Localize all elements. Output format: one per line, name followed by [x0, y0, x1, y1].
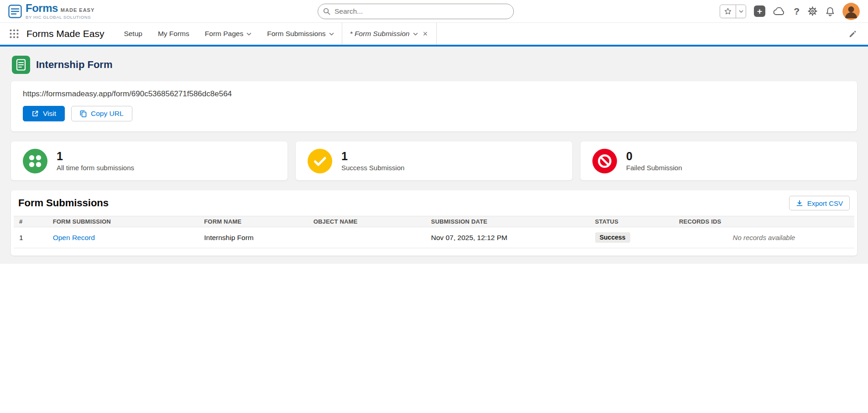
user-avatar-button[interactable]: [842, 3, 860, 20]
close-tab-icon[interactable]: ×: [422, 30, 429, 38]
favorites-star-button[interactable]: [720, 5, 736, 18]
submissions-card-header: Form Submissions Export CSV: [11, 190, 857, 216]
cell-records-ids: No records available: [674, 227, 854, 248]
stat-text: 0 Failed Submission: [626, 150, 682, 172]
column-header-form-name: FORM NAME: [199, 216, 308, 227]
stat-value: 1: [57, 150, 134, 163]
tab-form-submission-active[interactable]: * Form Submission ×: [342, 23, 437, 45]
form-page-icon: [12, 56, 30, 74]
page-header: Internship Form: [0, 47, 868, 81]
form-url-text: https://formsmadeasy.app/form/690c536856…: [23, 89, 845, 99]
app-launcher-button[interactable]: [5, 23, 23, 45]
tab-my-forms[interactable]: My Forms: [150, 23, 197, 45]
help-button[interactable]: ?: [794, 6, 800, 16]
stat-card-all-time: 1 All time form submissions: [11, 141, 288, 180]
favorites-split-button: [720, 5, 746, 18]
guidance-cloud-button[interactable]: [773, 7, 786, 16]
setup-gear-button[interactable]: [807, 6, 818, 16]
page-content: Internship Form https://formsmadeasy.app…: [0, 47, 868, 264]
cell-object-name: [308, 227, 426, 248]
download-icon: [796, 199, 803, 207]
search-input[interactable]: [318, 4, 514, 19]
nav-tabs: Setup My Forms Form Pages Form Submissio…: [116, 23, 437, 45]
external-link-icon: [31, 110, 39, 117]
avatar-person-icon: [842, 3, 860, 20]
logo-title: Forms: [26, 3, 58, 14]
chevron-down-icon: [739, 10, 743, 13]
visit-button-label: Visit: [43, 110, 56, 117]
stat-label: All time form submissions: [57, 164, 134, 172]
column-header-records-ids: RECORDS IDS: [674, 216, 854, 227]
stat-text: 1 Success Submission: [341, 150, 404, 172]
column-header-form-submission: FORM SUBMISSION: [47, 216, 199, 227]
export-csv-label: Export CSV: [807, 200, 843, 207]
question-mark-icon: ?: [794, 6, 800, 16]
app-logo: Forms MADE EASY BY HIC GLOBAL SOLUTIONS: [8, 3, 94, 20]
submissions-title: Form Submissions: [18, 197, 109, 209]
column-header-submission-date: SUBMISSION DATE: [426, 216, 590, 227]
cell-status: Success: [590, 227, 674, 248]
column-header-status: STATUS: [590, 216, 674, 227]
form-url-card: https://formsmadeasy.app/form/690c536856…: [11, 81, 857, 131]
copy-icon: [80, 110, 87, 117]
search-icon: [323, 8, 330, 17]
waffle-grid-icon: [9, 29, 19, 39]
cell-number: 1: [14, 227, 47, 248]
stat-label: Failed Submission: [626, 164, 682, 172]
app-name-label: Forms Made Easy: [26, 23, 104, 45]
form-submissions-table: # FORM SUBMISSION FORM NAME OBJECT NAME …: [14, 216, 854, 248]
all-submissions-icon: [23, 149, 47, 173]
failed-prohibit-icon: [592, 149, 617, 173]
cell-form-submission: Open Record: [47, 227, 199, 248]
form-submissions-card: Form Submissions Export CSV # FORM SUBMI…: [11, 190, 857, 256]
page-title: Internship Form: [36, 59, 112, 71]
column-header-number: #: [14, 216, 47, 227]
cell-form-name: Internship Form: [199, 227, 308, 248]
cell-submission-date: Nov 07, 2025, 12:12 PM: [426, 227, 590, 248]
pencil-icon: [848, 30, 857, 38]
status-badge: Success: [595, 232, 630, 243]
header-action-icons: + ?: [720, 3, 860, 20]
logo-subtitle: MADE EASY: [61, 8, 94, 13]
tab-form-submissions[interactable]: Form Submissions: [259, 23, 341, 45]
stat-value: 1: [341, 150, 404, 163]
chevron-down-icon: [329, 32, 334, 36]
visit-button[interactable]: Visit: [23, 106, 65, 121]
table-header-row: # FORM SUBMISSION FORM NAME OBJECT NAME …: [14, 216, 854, 227]
logo-form-icon: [8, 5, 22, 18]
stat-card-failed: 0 Failed Submission: [580, 141, 857, 180]
export-csv-button[interactable]: Export CSV: [789, 196, 850, 210]
table-row: 1 Open Record Internship Form Nov 07, 20…: [14, 227, 854, 248]
stats-row: 1 All time form submissions 1 Success Su…: [11, 141, 857, 180]
tab-setup[interactable]: Setup: [116, 23, 150, 45]
edit-page-pencil-button[interactable]: [842, 23, 863, 45]
global-header: Forms MADE EASY BY HIC GLOBAL SOLUTIONS: [0, 0, 868, 23]
favorites-expand-button[interactable]: [736, 5, 746, 18]
copy-url-button-label: Copy URL: [91, 110, 124, 117]
app-navigation-bar: Forms Made Easy Setup My Forms Form Page…: [0, 23, 868, 47]
logo-text: Forms MADE EASY BY HIC GLOBAL SOLUTIONS: [26, 3, 94, 20]
tab-form-pages[interactable]: Form Pages: [197, 23, 259, 45]
open-record-link[interactable]: Open Record: [53, 234, 95, 241]
chevron-down-icon: [246, 32, 251, 36]
star-icon: [724, 7, 732, 16]
gear-icon: [807, 6, 818, 16]
stat-label: Success Submission: [341, 164, 404, 172]
bell-icon: [826, 6, 835, 16]
cloud-icon: [773, 7, 786, 16]
stat-value: 0: [626, 150, 682, 163]
add-plus-button[interactable]: +: [754, 5, 765, 17]
success-check-icon: [308, 149, 332, 173]
url-actions: Visit Copy URL: [23, 106, 845, 121]
global-search: [318, 4, 514, 19]
stat-card-success: 1 Success Submission: [296, 141, 572, 180]
copy-url-button[interactable]: Copy URL: [71, 106, 132, 121]
stat-text: 1 All time form submissions: [57, 150, 134, 172]
logo-tagline: BY HIC GLOBAL SOLUTIONS: [26, 15, 94, 20]
notifications-bell-button[interactable]: [826, 6, 835, 16]
plus-icon: +: [757, 7, 762, 16]
chevron-down-icon[interactable]: [413, 32, 418, 36]
column-header-object-name: OBJECT NAME: [308, 216, 426, 227]
